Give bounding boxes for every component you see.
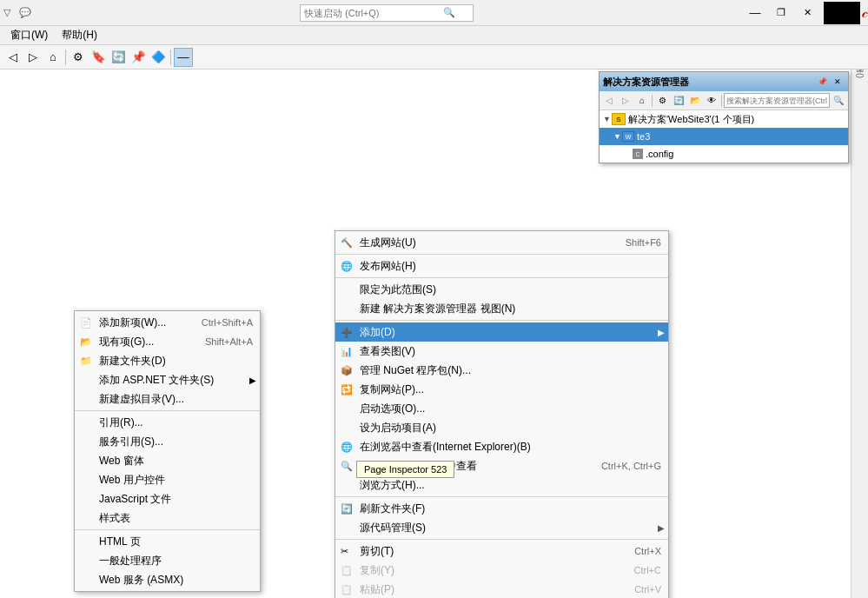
- ctx-left-html[interactable]: HTML 页: [75, 532, 260, 551]
- ctx-main-scope[interactable]: 限定为此范围(S): [335, 280, 668, 299]
- ctx-main-sep5: [335, 539, 668, 540]
- ctx-left-existing[interactable]: 📂 现有项(G)... Shift+Alt+A: [75, 332, 260, 351]
- ctx-left-virtual-dir[interactable]: 新建虚拟目录(V)...: [75, 389, 260, 409]
- ctx-left-handler[interactable]: 一般处理程序: [75, 551, 260, 570]
- toolbar-btn-2[interactable]: ▷: [23, 48, 43, 67]
- app-logo: [824, 2, 860, 24]
- website-icon: W: [622, 131, 634, 142]
- solution-icon: S: [612, 113, 626, 125]
- quick-search-area: 🔍: [300, 4, 474, 22]
- ctx-main-cut[interactable]: ✂ 剪切(T) Ctrl+X: [335, 542, 668, 561]
- ctx-main-set-startup[interactable]: 设为启动项目(A): [335, 418, 668, 437]
- ctx-main-add-arrow: ▶: [658, 328, 665, 337]
- sol-search-btn[interactable]: 🔍: [831, 93, 846, 109]
- ctx-main-copy-site-icon: 🔁: [341, 384, 353, 395]
- ctx-main-class-view[interactable]: 📊 查看类图(V): [335, 342, 668, 361]
- ctx-main-class-icon: 📊: [341, 346, 353, 357]
- ctx-main-page-inspector-icon: 🔍: [341, 461, 353, 472]
- title-left-icons: ▽ 💬: [0, 7, 31, 18]
- panel-header-buttons: 📌 ✕: [815, 75, 845, 89]
- menu-window[interactable]: 窗口(W): [3, 26, 55, 44]
- ctx-left-svc-ref[interactable]: 服务引用(S)...: [75, 432, 260, 451]
- panel-close-button[interactable]: ✕: [831, 75, 845, 89]
- quick-search-input[interactable]: [304, 8, 443, 18]
- toolbar: ◁ ▷ ⌂ ⚙ 🔖 🔄 📌 🔷 —: [0, 45, 868, 70]
- ctx-main-copy-site[interactable]: 🔁 复制网站(P)...: [335, 380, 668, 399]
- minimize-button[interactable]: —: [742, 3, 768, 23]
- toolbar-btn-1[interactable]: ◁: [3, 48, 23, 67]
- ctx-left-js[interactable]: JavaScript 文件: [75, 489, 260, 508]
- ctx-main-startup-opts[interactable]: 启动选项(O)...: [335, 399, 668, 418]
- sol-btn-collapse[interactable]: 📂: [687, 93, 703, 109]
- ctx-main-source-ctrl-arrow: ▶: [658, 523, 665, 533]
- tree-item-config[interactable]: C .config: [600, 145, 848, 163]
- toolbar-sep-1: [65, 50, 66, 65]
- ctx-main-sep4: [335, 496, 668, 497]
- ctx-main-new-view[interactable]: 新建 解决方案资源管理器 视图(N): [335, 299, 668, 318]
- sol-btn-show[interactable]: 👁: [704, 93, 719, 109]
- panel-pin-button[interactable]: 📌: [815, 75, 829, 89]
- ctx-main-source-ctrl[interactable]: 源代码管理(S) ▶: [335, 518, 668, 537]
- ctx-main-cut-icon: ✂: [341, 546, 348, 557]
- ctx-left-sep2: [75, 529, 260, 530]
- ctx-left-add-new-label: 添加新项(W)...: [99, 316, 166, 330]
- ctx-main-build[interactable]: 🔨 生成网站(U) Shift+F6: [335, 233, 668, 252]
- sol-search-box[interactable]: [724, 93, 830, 108]
- tree-label-website: te3: [637, 131, 650, 142]
- ctx-left-aspnet-folder[interactable]: 添加 ASP.NET 文件夹(S) ▶: [75, 370, 260, 389]
- ctx-left-asmx-label: Web 服务 (ASMX): [99, 573, 183, 588]
- ctx-main-refresh[interactable]: 🔄 刷新文件夹(F): [335, 499, 668, 518]
- ctx-main-add[interactable]: ➕ 添加(D) ▶: [335, 322, 668, 342]
- ctx-left-ref[interactable]: 引用(R)...: [75, 413, 260, 432]
- toolbar-btn-7[interactable]: 📌: [129, 48, 148, 67]
- sol-btn-home[interactable]: ⌂: [634, 93, 650, 109]
- ctx-left-new-folder[interactable]: 📁 新建文件夹(D): [75, 351, 260, 370]
- ctx-main-browse-mode[interactable]: 浏览方式(H)...: [335, 475, 668, 495]
- sol-sep-1: [652, 95, 653, 107]
- menu-help[interactable]: 帮助(H): [55, 26, 104, 44]
- ctx-main-cut-shortcut: Ctrl+X: [634, 546, 661, 556]
- quick-search-box[interactable]: 🔍: [300, 4, 474, 22]
- ctx-left-web-form-label: Web 窗体: [99, 454, 144, 468]
- sol-search-input[interactable]: [726, 96, 827, 105]
- ctx-left-web-uc[interactable]: Web 用户控件: [75, 470, 260, 489]
- ctx-main-publish[interactable]: 🌐 发布网站(H): [335, 256, 668, 276]
- ctx-main-nuget[interactable]: 📦 管理 NuGet 程序包(N)...: [335, 361, 668, 380]
- main-content: 图(调试)输出错误列表团队资源管理器删除 解决方案资源管理器 📌 ✕ ◁ ▷ ⌂…: [0, 70, 868, 598]
- toolbar-btn-active[interactable]: —: [174, 48, 193, 67]
- sol-btn-settings[interactable]: ⚙: [654, 93, 670, 109]
- ctx-left-add-new[interactable]: 📄 添加新项(W)... Ctrl+Shift+A: [75, 313, 260, 332]
- sol-btn-refresh[interactable]: 🔄: [671, 93, 686, 109]
- toolbar-btn-3[interactable]: ⌂: [43, 48, 63, 67]
- toolbar-btn-6[interactable]: 🔄: [109, 48, 128, 67]
- ctx-left-js-label: JavaScript 文件: [99, 492, 171, 507]
- solution-tree: ▼ S 解决方案'WebSite3'(1 个项目) ▼ W te3 C .con…: [600, 110, 848, 163]
- toolbar-btn-4[interactable]: ⚙: [69, 48, 88, 67]
- ctx-left-css[interactable]: 样式表: [75, 508, 260, 528]
- tree-item-solution[interactable]: ▼ S 解决方案'WebSite3'(1 个项目): [600, 110, 848, 128]
- ctx-left-add-new-icon: 📄: [80, 317, 92, 329]
- tree-label-config: .config: [646, 149, 673, 159]
- restore-button[interactable]: ❐: [768, 3, 794, 23]
- ctx-main-view-ie[interactable]: 🌐 在浏览器中查看(Internet Explorer)(B): [335, 437, 668, 456]
- title-bar: ▽ 💬 🔍 — ❐ ✕ 𝒸: [0, 0, 868, 26]
- ctx-left-web-form[interactable]: Web 窗体: [75, 451, 260, 470]
- ctx-left-handler-label: 一般处理程序: [99, 554, 162, 568]
- ctx-main-sep3: [335, 320, 668, 321]
- expand-website: ▼: [613, 132, 622, 141]
- ctx-left-existing-shortcut: Shift+Alt+A: [196, 336, 253, 347]
- ctx-left-ref-label: 引用(R)...: [99, 415, 143, 430]
- ctx-left-aspnet-label: 添加 ASP.NET 文件夹(S): [99, 373, 214, 388]
- ctx-main-new-view-label: 新建 解决方案资源管理器 视图(N): [360, 302, 515, 316]
- close-button[interactable]: ✕: [794, 3, 820, 23]
- ctx-left-html-label: HTML 页: [99, 535, 141, 549]
- ctx-left-asmx[interactable]: Web 服务 (ASMX): [75, 570, 260, 589]
- toolbar-sep-2: [170, 50, 171, 65]
- ctx-main-cut-label: 剪切(T): [360, 544, 394, 559]
- tree-item-website[interactable]: ▼ W te3: [600, 128, 848, 145]
- toolbar-btn-5[interactable]: 🔖: [89, 48, 108, 67]
- toolbar-btn-8[interactable]: 🔷: [149, 48, 168, 67]
- right-sidebar-text: 图(调试)输出错误列表团队资源管理器删除: [855, 73, 865, 78]
- expand-solution: ▼: [603, 115, 612, 123]
- ctx-left-svc-ref-label: 服务引用(S)...: [99, 435, 163, 449]
